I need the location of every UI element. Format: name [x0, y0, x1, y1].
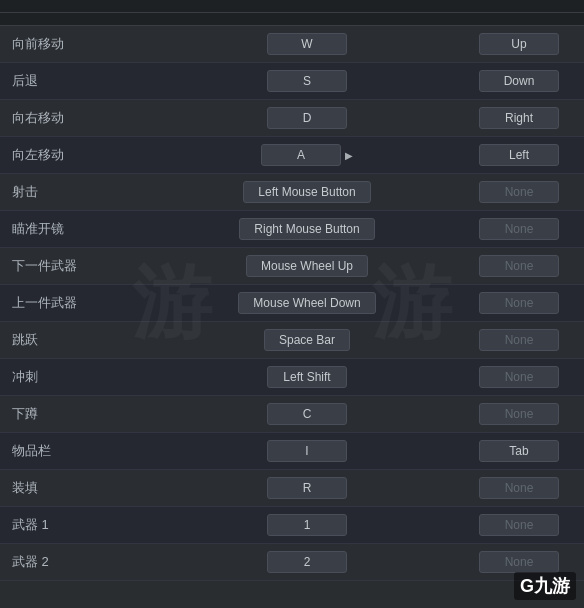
- col-secondary: [454, 13, 584, 26]
- table-row: 跳跃Space BarNone: [0, 322, 584, 359]
- primary-key-cell: 2: [160, 544, 454, 581]
- table-row: 冲刺Left ShiftNone: [0, 359, 584, 396]
- primary-key-cell: A▶: [160, 137, 454, 174]
- action-label: 向前移动: [0, 26, 160, 63]
- secondary-key-none[interactable]: None: [479, 255, 559, 277]
- primary-key-cell: W: [160, 26, 454, 63]
- secondary-key-button[interactable]: Left: [479, 144, 559, 166]
- action-label: 武器 1: [0, 507, 160, 544]
- secondary-key-none[interactable]: None: [479, 403, 559, 425]
- primary-key-cell: Mouse Wheel Up: [160, 248, 454, 285]
- secondary-key-cell: Right: [454, 100, 584, 137]
- secondary-key-button[interactable]: Tab: [479, 440, 559, 462]
- primary-key-button[interactable]: Right Mouse Button: [239, 218, 374, 240]
- primary-key-cell: C: [160, 396, 454, 433]
- secondary-key-cell: None: [454, 322, 584, 359]
- action-label: 瞄准开镜: [0, 211, 160, 248]
- secondary-key-button[interactable]: Up: [479, 33, 559, 55]
- table-row: 物品栏ITab: [0, 433, 584, 470]
- primary-key-button[interactable]: Left Mouse Button: [243, 181, 370, 203]
- table-row: 向左移动A▶Left: [0, 137, 584, 174]
- secondary-key-none[interactable]: None: [479, 181, 559, 203]
- action-label: 下蹲: [0, 396, 160, 433]
- primary-key-cell: I: [160, 433, 454, 470]
- primary-key-button[interactable]: C: [267, 403, 347, 425]
- action-label: 装填: [0, 470, 160, 507]
- primary-key-cell: Left Shift: [160, 359, 454, 396]
- table-row: 上一件武器Mouse Wheel DownNone: [0, 285, 584, 322]
- secondary-key-cell: Tab: [454, 433, 584, 470]
- table-row: 瞄准开镜Right Mouse ButtonNone: [0, 211, 584, 248]
- secondary-key-none[interactable]: None: [479, 551, 559, 573]
- secondary-key-cell: None: [454, 211, 584, 248]
- action-label: 冲刺: [0, 359, 160, 396]
- secondary-key-cell: Up: [454, 26, 584, 63]
- secondary-key-cell: Left: [454, 137, 584, 174]
- table-row: 武器 11None: [0, 507, 584, 544]
- secondary-key-button[interactable]: Right: [479, 107, 559, 129]
- table-row: 后退SDown: [0, 63, 584, 100]
- primary-key-cell: Right Mouse Button: [160, 211, 454, 248]
- secondary-key-none[interactable]: None: [479, 329, 559, 351]
- secondary-key-cell: Down: [454, 63, 584, 100]
- logo-icon: G: [520, 576, 534, 596]
- primary-key-button[interactable]: Mouse Wheel Up: [246, 255, 368, 277]
- primary-key-button[interactable]: W: [267, 33, 347, 55]
- secondary-key-none[interactable]: None: [479, 366, 559, 388]
- action-label: 跳跃: [0, 322, 160, 359]
- primary-key-button[interactable]: 1: [267, 514, 347, 536]
- cursor-icon: ▶: [345, 150, 353, 162]
- primary-key-button[interactable]: S: [267, 70, 347, 92]
- secondary-key-none[interactable]: None: [479, 218, 559, 240]
- secondary-key-none[interactable]: None: [479, 292, 559, 314]
- primary-key-cell: Space Bar: [160, 322, 454, 359]
- table-row: 向右移动DRight: [0, 100, 584, 137]
- primary-key-cell: Left Mouse Button: [160, 174, 454, 211]
- primary-key-button[interactable]: Space Bar: [264, 329, 350, 351]
- col-primary: [160, 13, 454, 26]
- primary-key-cell: D: [160, 100, 454, 137]
- primary-key-button[interactable]: D: [267, 107, 347, 129]
- table-row: 下蹲CNone: [0, 396, 584, 433]
- keybindings-table-container: 游 游 向前移动WUp后退SDown向右移动DRight向左移动A▶Left射击…: [0, 13, 584, 589]
- action-label: 后退: [0, 63, 160, 100]
- table-row: 射击Left Mouse ButtonNone: [0, 174, 584, 211]
- secondary-key-cell: None: [454, 285, 584, 322]
- primary-key-button[interactable]: Left Shift: [267, 366, 347, 388]
- secondary-key-button[interactable]: Down: [479, 70, 559, 92]
- header: [0, 0, 584, 13]
- table-header-row: [0, 13, 584, 26]
- secondary-key-cell: None: [454, 359, 584, 396]
- secondary-key-none[interactable]: None: [479, 477, 559, 499]
- keybindings-table: 向前移动WUp后退SDown向右移动DRight向左移动A▶Left射击Left…: [0, 13, 584, 581]
- primary-key-button[interactable]: A: [261, 144, 341, 166]
- primary-key-button[interactable]: Mouse Wheel Down: [238, 292, 375, 314]
- secondary-key-none[interactable]: None: [479, 514, 559, 536]
- primary-key-cell: S: [160, 63, 454, 100]
- col-input-name: [0, 13, 160, 26]
- keybindings-body: 向前移动WUp后退SDown向右移动DRight向左移动A▶Left射击Left…: [0, 26, 584, 581]
- secondary-key-cell: None: [454, 248, 584, 285]
- action-label: 射击: [0, 174, 160, 211]
- secondary-key-cell: None: [454, 396, 584, 433]
- primary-key-button[interactable]: 2: [267, 551, 347, 573]
- secondary-key-cell: None: [454, 470, 584, 507]
- action-label: 向右移动: [0, 100, 160, 137]
- table-row: 装填RNone: [0, 470, 584, 507]
- action-label: 物品栏: [0, 433, 160, 470]
- action-label: 武器 2: [0, 544, 160, 581]
- primary-key-cell: R: [160, 470, 454, 507]
- action-label: 向左移动: [0, 137, 160, 174]
- logo: G九游: [514, 572, 576, 600]
- secondary-key-cell: None: [454, 507, 584, 544]
- table-row: 下一件武器Mouse Wheel UpNone: [0, 248, 584, 285]
- table-row: 武器 22None: [0, 544, 584, 581]
- primary-key-button[interactable]: R: [267, 477, 347, 499]
- primary-key-button[interactable]: I: [267, 440, 347, 462]
- primary-key-cell: Mouse Wheel Down: [160, 285, 454, 322]
- secondary-key-cell: None: [454, 174, 584, 211]
- action-label: 上一件武器: [0, 285, 160, 322]
- action-label: 下一件武器: [0, 248, 160, 285]
- primary-key-cell: 1: [160, 507, 454, 544]
- logo-text: 九游: [534, 576, 570, 596]
